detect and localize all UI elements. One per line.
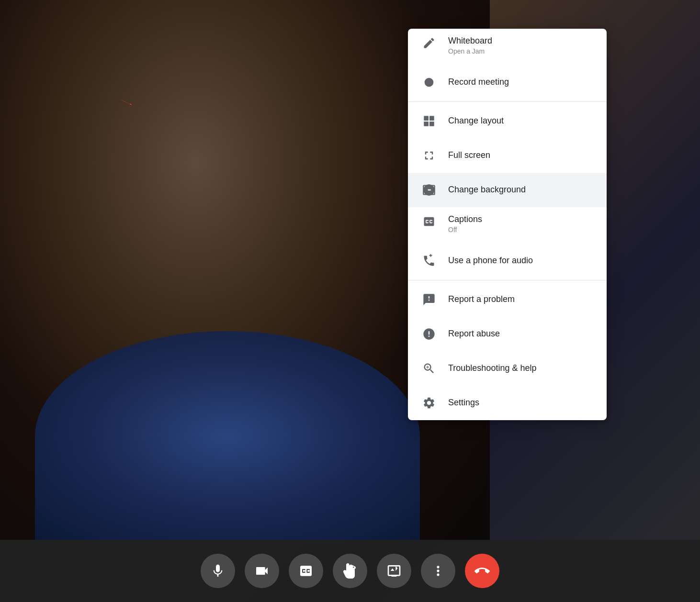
report-problem-icon <box>421 292 437 307</box>
divider-1 <box>408 101 607 102</box>
fullscreen-icon <box>421 148 437 163</box>
menu-item-phone-audio[interactable]: Use a phone for audio <box>408 244 607 278</box>
menu-item-full-screen[interactable]: Full screen <box>408 138 607 173</box>
microphone-button[interactable] <box>201 554 235 588</box>
whiteboard-text: Whiteboard Open a Jam <box>448 35 492 55</box>
svg-rect-3 <box>424 116 429 121</box>
captions-label: Captions <box>448 214 482 225</box>
whiteboard-sublabel: Open a Jam <box>448 47 492 55</box>
menu-item-troubleshooting[interactable]: Troubleshooting & help <box>408 351 607 386</box>
svg-rect-4 <box>429 116 434 121</box>
settings-text: Settings <box>448 397 479 408</box>
report-abuse-label: Report abuse <box>448 328 500 339</box>
report-abuse-icon <box>421 326 437 342</box>
layout-icon <box>421 113 437 129</box>
menu-item-report-problem[interactable]: Report a problem <box>408 282 607 317</box>
menu-item-settings[interactable]: Settings <box>408 386 607 420</box>
end-call-button[interactable] <box>465 554 499 588</box>
phone-audio-label: Use a phone for audio <box>448 255 533 266</box>
camera-button[interactable] <box>245 554 279 588</box>
settings-label: Settings <box>448 397 479 408</box>
meeting-toolbar <box>0 540 700 602</box>
report-problem-label: Report a problem <box>448 294 515 305</box>
change-background-label: Change background <box>448 184 526 195</box>
svg-rect-5 <box>424 122 429 126</box>
report-abuse-text: Report abuse <box>448 328 500 339</box>
menu-item-change-background[interactable]: Change background <box>408 173 607 207</box>
settings-icon <box>421 395 437 411</box>
phone-audio-text: Use a phone for audio <box>448 255 533 266</box>
menu-item-record-meeting[interactable]: Record meeting <box>408 65 607 100</box>
svg-rect-6 <box>429 122 434 126</box>
menu-item-report-abuse[interactable]: Report abuse <box>408 317 607 351</box>
troubleshooting-label: Troubleshooting & help <box>448 363 536 374</box>
phone-audio-icon <box>421 253 437 268</box>
change-layout-text: Change layout <box>448 115 504 126</box>
blue-shirt <box>35 331 420 542</box>
full-screen-text: Full screen <box>448 150 490 161</box>
troubleshoot-icon <box>421 361 437 376</box>
present-button[interactable] <box>377 554 411 588</box>
menu-item-change-layout[interactable]: Change layout <box>408 104 607 138</box>
pencil-icon <box>421 35 437 51</box>
record-icon <box>421 75 437 90</box>
whiteboard-label: Whiteboard <box>448 35 492 46</box>
menu-item-whiteboard[interactable]: Whiteboard Open a Jam <box>408 29 607 65</box>
full-screen-label: Full screen <box>448 150 490 161</box>
record-meeting-text: Record meeting <box>448 77 509 88</box>
menu-item-captions[interactable]: Captions Off <box>408 207 607 244</box>
svg-point-2 <box>425 78 434 87</box>
captions-icon <box>421 214 437 229</box>
troubleshooting-text: Troubleshooting & help <box>448 363 536 374</box>
more-options-button[interactable] <box>421 554 455 588</box>
change-background-text: Change background <box>448 184 526 195</box>
record-meeting-label: Record meeting <box>448 77 509 88</box>
background-icon <box>421 182 437 198</box>
divider-2 <box>408 280 607 280</box>
context-menu: Whiteboard Open a Jam Record meeting <box>408 29 607 420</box>
raise-hand-button[interactable] <box>333 554 367 588</box>
report-problem-text: Report a problem <box>448 294 515 305</box>
captions-text: Captions Off <box>448 214 482 234</box>
captions-button[interactable] <box>289 554 323 588</box>
captions-sublabel: Off <box>448 226 482 234</box>
change-layout-label: Change layout <box>448 115 504 126</box>
